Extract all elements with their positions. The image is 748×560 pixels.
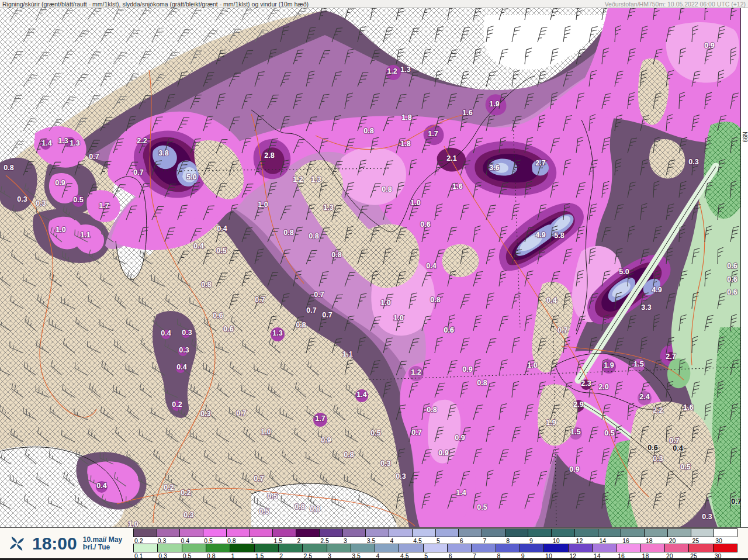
precip-value-label: 0.4 [426, 262, 436, 270]
precip-value-label: 0.9 [569, 465, 579, 473]
precip-value-label: 2.8 [264, 151, 274, 160]
precip-value-label: 0.7 [254, 475, 264, 483]
precip-value-label: 0.8 [477, 379, 487, 387]
precip-value-label: 1.3 [323, 203, 333, 212]
precip-value-label: 1.7 [99, 202, 109, 210]
precip-value-label: 0.9 [438, 449, 448, 457]
precip-value-label: 2.7 [535, 159, 545, 167]
precip-value-label: 0.8 [382, 185, 392, 193]
precip-value-label: 0.3 [653, 455, 663, 463]
precip-value-label: 5.8 [554, 231, 564, 240]
precip-value-label: 1.2 [411, 368, 421, 376]
legend-cell [714, 529, 737, 537]
precip-value-label: 0.8 [4, 164, 13, 172]
sleet-snow-scale-values: 0.20.30.40.50.811.522.533.544.5567891012… [133, 537, 737, 544]
precipitation-wind-map: 1.41.31.30.72.23.80.80.90.75.02.80.30.30… [0, 8, 748, 527]
precip-value-label: 3.3 [641, 303, 651, 312]
precip-value-label: 0.4 [161, 329, 171, 337]
precip-value-label: 0.4 [673, 444, 683, 452]
precip-value-label: 0.8 [430, 296, 440, 304]
precip-value-label: 0.7 [236, 409, 246, 417]
precip-value-label: 0.5 [477, 503, 487, 511]
legend-cell [413, 529, 436, 537]
latitude-label: 66N [742, 136, 748, 143]
precip-value-label: 1.6 [462, 109, 472, 117]
legend-cell [375, 544, 399, 552]
precip-value-label: 0.9 [462, 365, 472, 374]
precip-value-label: 0.3 [688, 158, 698, 166]
precip-value-label: 1.3 [70, 139, 79, 147]
precip-value-label: 0.8 [363, 127, 373, 135]
precip-value-label: 0.5 [267, 492, 277, 500]
precip-value-label: 1.5 [633, 360, 643, 368]
precip-value-label: 1.2 [293, 175, 303, 184]
precip-value-label: 0.8 [201, 281, 211, 289]
precip-value-label: 0.2 [181, 489, 191, 497]
precip-value-label: 0.7 [557, 326, 567, 334]
precip-value-label: 0.8 [295, 503, 304, 511]
precip-value-label: 0.3 [36, 199, 46, 208]
precip-value-label: 0.4 [96, 482, 106, 490]
precip-value-label: 0.4 [546, 296, 556, 305]
precip-value-label: 0.6 [213, 312, 223, 320]
precip-value-label: 2.3 [581, 379, 591, 388]
precip-legend: 0.20.30.40.50.811.522.533.544.5567891012… [133, 528, 737, 559]
legend-cell [203, 529, 227, 537]
precip-value-label: 0.7 [133, 168, 143, 177]
legend-cell [296, 529, 320, 537]
weather-map-page: Rigning/skúrir (grænt/blátt/rautt - mm/1… [0, 0, 748, 560]
forecast-time: 18:00 [32, 534, 77, 554]
legend-cell [424, 544, 448, 552]
precip-value-label: 1.9 [604, 361, 614, 369]
legend-cell [496, 544, 520, 552]
precip-value-label: 2.9 [573, 400, 583, 409]
precip-value-label: 0.9 [455, 434, 465, 442]
precip-value-label: 0.8 [344, 451, 354, 459]
legend-cell [448, 544, 472, 552]
precip-value-label: 0.6 [444, 326, 453, 334]
precip-value-label: 0.8 [283, 229, 293, 237]
legend-cell [227, 529, 250, 537]
legend-cell [230, 544, 254, 552]
precip-value-label: 1.8 [400, 140, 410, 148]
precip-value-label: 0.7 [89, 153, 99, 161]
legend-cell [250, 529, 273, 537]
precip-value-label: 0.5 [370, 429, 380, 437]
legend-cell [134, 529, 157, 537]
precip-value-label: 1.3 [400, 65, 410, 74]
precip-value-label: 0.6 [727, 262, 737, 270]
precip-value-label: 0.5 [216, 247, 226, 255]
precip-value-label: 1.3 [58, 137, 68, 145]
precip-value-label: 0.5 [604, 429, 614, 437]
precip-value-label: 0.7 [306, 306, 316, 314]
legend-cell [303, 544, 327, 552]
legend-cell [593, 544, 617, 552]
legend-cell [206, 544, 230, 552]
precip-value-label: 0.9 [55, 179, 65, 187]
forecast-date-line2: Þri./ Tue [83, 544, 122, 551]
precip-value-label: 0.3 [396, 472, 406, 481]
legend-cell [157, 529, 181, 537]
precip-value-label: 0.3 [183, 511, 193, 519]
precip-value-label: 1.4 [356, 390, 366, 399]
legend-cell [645, 529, 668, 537]
precip-value-label: 0.9 [321, 436, 331, 444]
legend-cell [182, 544, 206, 552]
legend-cell [552, 529, 575, 537]
precip-value-label: 0.8 [296, 321, 306, 329]
legend-cell [528, 529, 552, 537]
precip-value-label: 0.2 [172, 400, 182, 409]
legend-cell [714, 544, 737, 552]
precip-value-label: 2.0 [598, 383, 608, 391]
legend-cell [472, 544, 496, 552]
precip-value-label: 0.5 [259, 507, 269, 516]
legend-cell [505, 529, 529, 537]
precip-value-label: 1.9 [546, 419, 556, 427]
precip-value-label: 1.6 [452, 182, 462, 191]
precip-value-label: 0.7 [255, 296, 265, 304]
precip-value-label: 0.3 [17, 195, 27, 203]
legend-cell [366, 529, 389, 537]
precip-value-label: 5.0 [186, 173, 196, 181]
precip-value-label: 5.0 [619, 268, 629, 276]
sleet-snow-scale-colors [133, 528, 737, 537]
